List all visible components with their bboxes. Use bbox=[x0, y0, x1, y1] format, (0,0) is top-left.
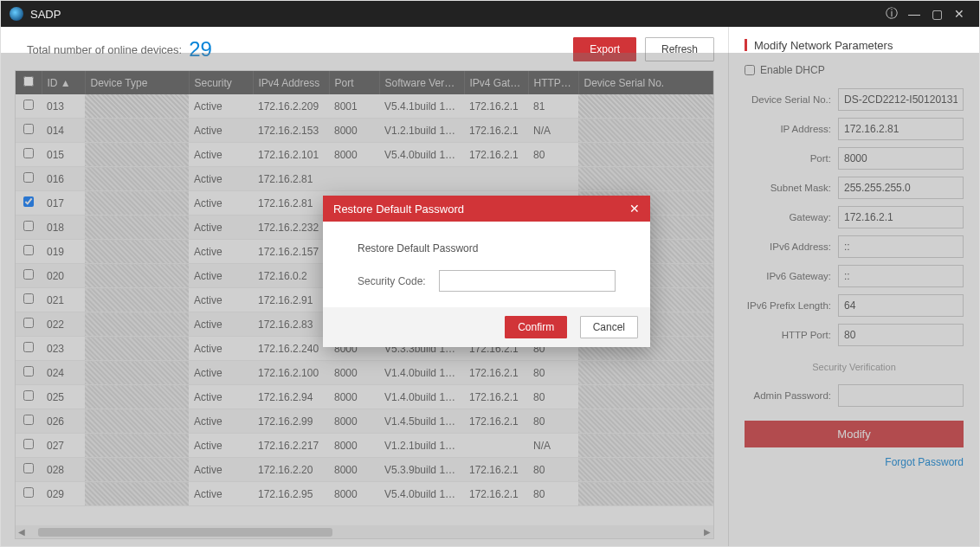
modal-title: Restore Default Password bbox=[333, 203, 464, 216]
security-code-input[interactable] bbox=[439, 270, 616, 292]
confirm-button[interactable]: Confirm bbox=[505, 316, 567, 338]
security-code-label: Security Code: bbox=[358, 275, 439, 287]
cancel-button[interactable]: Cancel bbox=[580, 316, 638, 338]
titlebar: SADP ⓘ — ▢ ✕ bbox=[1, 1, 979, 27]
maximize-icon[interactable]: ▢ bbox=[925, 7, 948, 21]
info-icon[interactable]: ⓘ bbox=[880, 6, 903, 22]
app-title: SADP bbox=[30, 8, 61, 21]
app-logo-icon bbox=[10, 7, 23, 21]
modal-header-text: Restore Default Password bbox=[358, 242, 616, 254]
minimize-icon[interactable]: — bbox=[903, 7, 925, 21]
modal-close-icon[interactable]: ✕ bbox=[629, 202, 640, 216]
close-window-icon[interactable]: ✕ bbox=[948, 7, 970, 21]
side-panel-title: Modify Network Parameters bbox=[745, 39, 964, 52]
restore-password-modal: Restore Default Password ✕ Restore Defau… bbox=[323, 196, 650, 347]
